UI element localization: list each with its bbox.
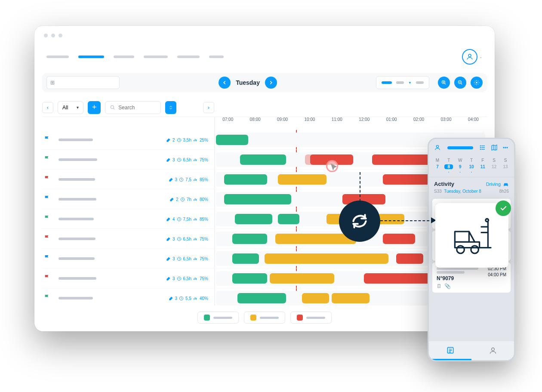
row-stats: 36,5h75% [166, 276, 208, 281]
task-bar[interactable] [232, 253, 259, 264]
task-bar[interactable] [224, 194, 292, 204]
nav-item[interactable] [114, 56, 134, 58]
svg-point-16 [480, 147, 480, 148]
svg-point-22 [491, 348, 494, 351]
user-menu[interactable]: ⌄ [462, 49, 483, 65]
avatar-icon [462, 49, 477, 65]
svg-point-14 [436, 145, 438, 148]
nav-item[interactable] [209, 56, 224, 58]
resource-row[interactable]: 35,540% [42, 288, 487, 306]
resource-row[interactable]: 36,5h75% [42, 269, 487, 288]
svg-point-25 [471, 246, 479, 253]
task-bar[interactable] [240, 154, 286, 165]
task-bar[interactable] [216, 135, 248, 145]
svg-point-3 [476, 82, 477, 83]
nav-item-active[interactable] [78, 56, 104, 58]
flag-icon [44, 155, 52, 164]
resource-row[interactable]: 27h80% [42, 189, 487, 209]
row-stats: 37,585% [169, 177, 208, 182]
tab-profile[interactable] [471, 341, 514, 360]
task-bar[interactable] [378, 214, 405, 224]
sync-badge [339, 201, 380, 242]
collapse-left-button[interactable]: ‹ [42, 102, 53, 113]
main-nav [46, 56, 224, 58]
task-bar[interactable] [270, 273, 334, 284]
nav-item[interactable] [177, 56, 200, 58]
time-header: 07:0008:0009:0010:0011:0012:0001:0002:00… [214, 117, 487, 130]
tab-list[interactable] [429, 341, 471, 360]
resource-row[interactable]: 47,5h85% [42, 209, 487, 229]
svg-rect-23 [455, 231, 469, 242]
collapse-right-button[interactable]: › [203, 102, 214, 113]
task-bar[interactable] [275, 234, 356, 244]
task-bar[interactable] [237, 293, 286, 303]
task-bar[interactable] [383, 234, 415, 244]
add-button[interactable]: + [88, 101, 101, 114]
task-bar[interactable] [364, 273, 437, 284]
task-bar[interactable] [235, 214, 273, 224]
task-bar[interactable] [396, 253, 423, 264]
svg-point-0 [468, 54, 471, 57]
settings-button[interactable] [471, 77, 483, 89]
legend-red [290, 312, 332, 324]
task-bar[interactable] [278, 174, 326, 185]
task-bar[interactable] [278, 214, 299, 224]
nav-item[interactable] [144, 56, 168, 58]
time-tick: 03:00 [432, 117, 459, 130]
task-bar[interactable] [265, 253, 388, 264]
phone-topbar [429, 139, 514, 156]
task-bar[interactable] [302, 293, 329, 303]
flag-icon [44, 136, 52, 144]
resource-row[interactable]: 23,5h25% [42, 130, 487, 150]
filter-row: ‹ All▾ + › [42, 100, 487, 117]
current-day: Tuesday [236, 79, 260, 86]
svg-point-19 [505, 147, 506, 148]
nav-item[interactable] [46, 56, 69, 58]
row-stats: 36,5h75% [166, 157, 208, 162]
task-bar[interactable] [232, 234, 267, 244]
check-badge [496, 201, 511, 216]
driving-status: Driving [486, 181, 509, 187]
search-field[interactable] [118, 105, 153, 111]
task-bar[interactable] [332, 293, 370, 303]
more-icon[interactable] [502, 144, 509, 151]
forklift-icon [448, 212, 496, 259]
phone-week-selector[interactable]: MTWTFSS78910111213••• [429, 156, 514, 177]
svg-point-26 [486, 219, 489, 222]
task-bar[interactable] [232, 273, 267, 284]
resource-row[interactable]: 36,5h75% [42, 249, 487, 269]
legend-green [197, 312, 239, 324]
resource-name [59, 238, 95, 240]
resource-row[interactable]: 37,585% [42, 170, 487, 189]
timeline: 07:0008:0009:0010:0011:0012:0001:0002:00… [42, 117, 487, 306]
resource-rows: 23,5h25%36,5h75%37,585%27h80%47,5h85%36,… [42, 130, 487, 306]
time-tick: 10:00 [296, 117, 323, 130]
time-tick: 11:00 [323, 117, 351, 130]
org-selector[interactable]: ⊞ [46, 76, 120, 89]
flag-icon [44, 235, 52, 243]
svg-point-18 [503, 147, 504, 148]
progress-bar [447, 146, 473, 149]
prev-day-button[interactable] [219, 77, 231, 89]
zoom-in-button[interactable] [438, 77, 450, 89]
map-icon[interactable] [491, 144, 498, 151]
resource-name [59, 198, 96, 201]
time-tick: 09:00 [269, 117, 296, 130]
flag-icon [44, 175, 52, 184]
calendar-icon: 🗓 [437, 283, 442, 289]
resource-row[interactable]: 36,5h75% [42, 229, 487, 249]
chevron-down-icon: ⌄ [479, 55, 483, 59]
resource-row[interactable]: 36,5h75% [42, 150, 487, 170]
search-input[interactable] [105, 101, 161, 114]
next-day-button[interactable] [265, 77, 277, 89]
scheduler-window: ⌄ ⊞ Tuesday ▼ ‹ All▾ + › [34, 26, 495, 331]
zoom-out-button[interactable] [454, 77, 466, 89]
row-stats: 27h80% [169, 197, 208, 202]
list-icon[interactable] [480, 144, 487, 151]
chevron-down-icon: ▾ [77, 105, 79, 110]
task-bar[interactable] [224, 174, 267, 185]
filter-select[interactable]: All▾ [58, 101, 83, 114]
resource-name [59, 257, 95, 260]
view-toggle[interactable]: ▼ [376, 76, 429, 89]
sort-button[interactable] [165, 101, 176, 114]
